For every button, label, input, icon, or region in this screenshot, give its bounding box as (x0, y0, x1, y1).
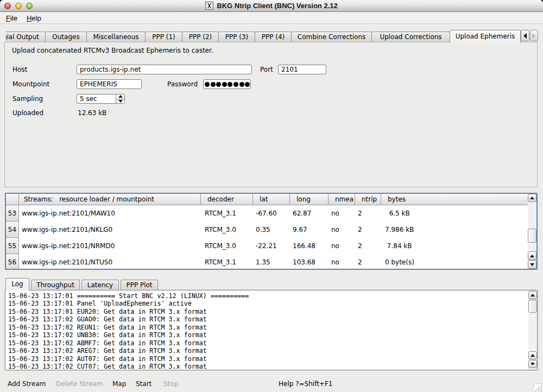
scroll-down-button[interactable] (528, 360, 537, 368)
password-dot (211, 82, 216, 87)
window-title: BKG Ntrip Client (BNC) Version 2.12 (217, 2, 337, 10)
bytes-cell: 7.986 kB (381, 222, 528, 238)
password-dot (233, 82, 238, 87)
row-number: 55 (6, 238, 19, 254)
resource-cell: www.igs-ip.net:2101/NRMD0 (19, 238, 201, 254)
log-tab-bar: Log Throughput Latency PPP Plot (5, 277, 331, 290)
panel-tab[interactable]: PPP (2) (182, 31, 219, 42)
log-text[interactable]: 15-06-23 13:17:01 ========== Start BNC v… (5, 290, 528, 370)
scroll-up-button[interactable] (528, 194, 536, 202)
resize-grip[interactable] (534, 383, 543, 392)
long-cell: 166.48 (290, 238, 329, 254)
log-tab[interactable]: Throughput (31, 280, 80, 290)
log-tab[interactable]: Log (5, 278, 29, 290)
password-dot (245, 82, 250, 87)
corner-header-cell[interactable] (6, 194, 19, 205)
scroll-up-button[interactable] (528, 291, 537, 299)
log-tab[interactable]: Latency (81, 280, 119, 290)
sampling-spinbox[interactable]: 5 sec (77, 94, 125, 104)
add-stream-button[interactable]: Add Stream (8, 380, 46, 388)
log-view: 15-06-23 13:17:01 ========== Start BNC v… (5, 290, 538, 370)
streams-column-header[interactable]: Streams: resource loader / mountpoint (19, 194, 201, 205)
resize-grip-lines-icon (534, 384, 543, 392)
port-input[interactable] (278, 65, 326, 74)
scroll-up-button[interactable] (528, 251, 536, 260)
scroll-up-button[interactable] (528, 351, 537, 359)
panel-tab[interactable]: PPP (3) (218, 31, 255, 42)
stream-row[interactable]: 56 www.igs-ip.net:2101/NTUS0 RTCM_3.1 1.… (6, 254, 528, 269)
tab-scroll-left-button[interactable] (521, 30, 529, 41)
stream-row[interactable]: 53 www.igs-ip.net:2101/MAW10 RTCM_3.1 -6… (6, 205, 528, 222)
nmea-cell: no (329, 205, 355, 222)
up-arrow-icon (531, 294, 535, 296)
port-label: Port (260, 66, 273, 74)
up-arrow-icon (531, 354, 535, 357)
lat-cell: 0.35 (253, 222, 290, 238)
password-label: Password (167, 80, 198, 88)
help-shortcut-label: Help ?=Shift+F1 (279, 380, 332, 388)
map-button[interactable]: Map (112, 380, 126, 388)
scrollbar-thumb[interactable] (528, 300, 537, 313)
menu-item-mnemonic: F (6, 14, 10, 22)
resource-cell: www.igs-ip.net:2101/MAW10 (19, 205, 201, 222)
spin-up-button[interactable] (116, 94, 124, 99)
stream-row[interactable]: 54 www.igs-ip.net:2101/NKLG0 RTCM_3.0 0.… (6, 222, 528, 238)
menu-item-mnemonic: H (27, 14, 31, 22)
panel-tab[interactable]: PPP (4) (255, 31, 292, 42)
stream-row[interactable]: 55 www.igs-ip.net:2101/NRMD0 RTCM_3.0 -2… (6, 238, 528, 254)
ntrip-cell: 2 (355, 254, 381, 269)
tab-scroll-right-button[interactable] (530, 30, 539, 41)
down-arrow-icon (531, 363, 535, 365)
password-input[interactable] (203, 79, 251, 89)
host-input[interactable] (77, 65, 252, 74)
panel-tab[interactable]: Miscellaneous (86, 31, 146, 42)
scroll-down-button[interactable] (528, 260, 536, 269)
panel-tab[interactable]: PPP (1) (145, 31, 182, 42)
menu-bar: File Help (0, 12, 543, 24)
stop-button[interactable]: Stop (163, 380, 178, 388)
long-cell: 9.67 (290, 222, 329, 238)
delete-stream-button[interactable]: Delete Stream (56, 380, 103, 388)
tab-scrollers (521, 30, 538, 41)
sampling-value: 5 sec (77, 94, 116, 103)
panel-tab[interactable]: Upload Ephemeris (450, 30, 521, 43)
decoder-cell: RTCM_3.0 (201, 238, 253, 254)
long-column-header[interactable]: long (290, 194, 329, 205)
table-grid: Streams: resource loader / mountpoint de… (6, 194, 528, 269)
streams-table: Streams: resource loader / mountpoint de… (5, 193, 538, 270)
panel-tab[interactable]: Outages (45, 31, 87, 42)
panel-tab[interactable]: Upload Corrections (371, 31, 450, 42)
long-cell: 103.68 (290, 254, 329, 269)
scrollbar-thumb[interactable] (528, 229, 536, 243)
streams-scrollbar[interactable] (528, 194, 536, 269)
log-scrollbar[interactable] (528, 290, 537, 370)
host-label: Host (12, 66, 27, 74)
up-arrow-icon (118, 95, 123, 98)
lat-cell: 1.35 (253, 254, 290, 269)
ntrip-cell: 2 (355, 222, 381, 238)
table-body: 53 www.igs-ip.net:2101/MAW10 RTCM_3.1 -6… (6, 205, 528, 269)
ntrip-column-header[interactable]: ntrip (355, 194, 381, 205)
down-arrow-icon (118, 100, 123, 103)
bytes-column-header[interactable]: bytes (381, 194, 528, 205)
bytes-cell: 7.84 kB (381, 238, 528, 254)
up-arrow-icon (530, 255, 534, 257)
bottom-toolbar: Add Stream Delete Stream Map Start Stop … (0, 375, 543, 392)
spin-down-button[interactable] (116, 99, 124, 104)
up-arrow-icon (530, 197, 534, 199)
panel-tab[interactable]: Combine Corrections (291, 31, 372, 42)
password-dot (228, 82, 232, 87)
password-dot (205, 82, 210, 87)
nmea-column-header[interactable]: nmea (329, 194, 355, 205)
decoder-column-header[interactable]: decoder (201, 194, 253, 205)
row-number: 54 (6, 222, 19, 238)
log-tab[interactable]: PPP Plot (121, 280, 158, 290)
upload-ephemeris-panel: Upload concatenated RTCMv3 Broadcast Eph… (4, 42, 538, 187)
menu-item[interactable]: File (3, 13, 21, 23)
long-cell: 62.87 (290, 205, 329, 222)
menu-item[interactable]: Help (23, 13, 45, 23)
mountpoint-input[interactable] (77, 79, 142, 89)
panel-tab[interactable]: ial Output (5, 31, 46, 42)
start-button[interactable]: Start (136, 380, 151, 388)
lat-column-header[interactable]: lat (253, 194, 290, 205)
